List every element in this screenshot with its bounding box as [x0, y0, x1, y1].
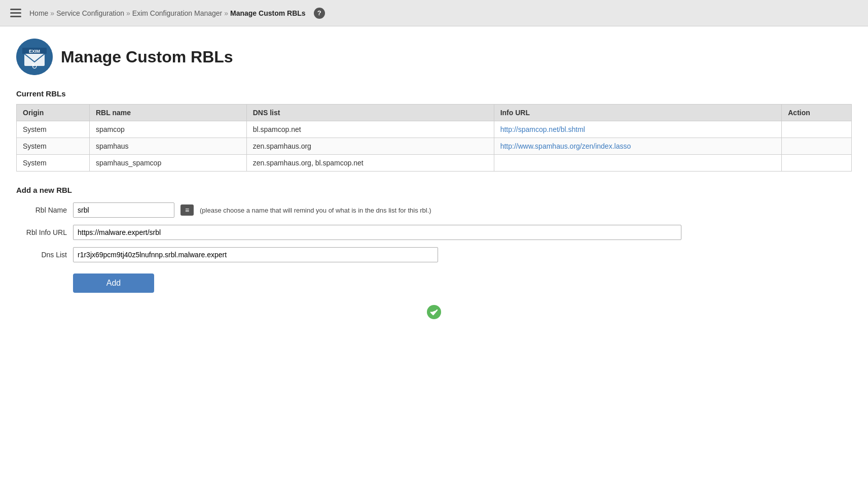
- breadcrumb: Home » Service Configuration » Exim Conf…: [29, 9, 306, 17]
- hamburger-menu[interactable]: [8, 7, 23, 19]
- rbl-name-input[interactable]: [73, 202, 174, 218]
- cell-origin-2: System: [17, 138, 90, 155]
- rbl-table-body: System spamcop bl.spamcop.net http://spa…: [17, 121, 852, 172]
- col-dns-list: DNS list: [246, 105, 494, 121]
- main-content: EXIM ↻ Manage Custom RBLs Current RBLs O…: [0, 26, 868, 479]
- cell-rbl-name-1: spamcop: [90, 121, 247, 138]
- page-icon: EXIM ↻: [16, 39, 53, 75]
- breadcrumb-sep-1: »: [50, 9, 54, 17]
- cell-action-3: [782, 155, 852, 172]
- breadcrumb-sep-2: »: [126, 9, 130, 17]
- rbl-table: Origin RBL name DNS list Info URL Action…: [16, 104, 852, 172]
- cell-info-url-2: http://www.spamhaus.org/zen/index.lasso: [494, 138, 782, 155]
- breadcrumb-exim-config[interactable]: Exim Configuration Manager: [132, 9, 222, 17]
- cell-dns-list-3: zen.spamhaus.org, bl.spamcop.net: [246, 155, 494, 172]
- cell-action-1: [782, 121, 852, 138]
- table-row: System spamcop bl.spamcop.net http://spa…: [17, 121, 852, 138]
- cell-origin-3: System: [17, 155, 90, 172]
- rbl-name-label: Rbl Name: [16, 206, 67, 214]
- breadcrumb-current: Manage Custom RBLs: [230, 9, 306, 17]
- cell-rbl-name-2: spamhaus: [90, 138, 247, 155]
- help-icon[interactable]: ?: [314, 8, 325, 19]
- topbar: Home » Service Configuration » Exim Conf…: [0, 0, 868, 26]
- col-info-url: Info URL: [494, 105, 782, 121]
- add-rbl-section: Add a new RBL Rbl Name (please choose a …: [16, 186, 852, 293]
- cell-origin-1: System: [17, 121, 90, 138]
- page-title: Manage Custom RBLs: [61, 48, 233, 66]
- table-row: System spamhaus zen.spamhaus.org http://…: [17, 138, 852, 155]
- svg-text:↻: ↻: [31, 62, 38, 71]
- current-rbls-heading: Current RBLs: [16, 89, 852, 98]
- breadcrumb-sep-3: »: [224, 9, 228, 17]
- rbl-info-url-label: Rbl Info URL: [16, 228, 67, 236]
- dns-list-row: Dns List: [16, 247, 852, 262]
- card-icon[interactable]: [180, 204, 194, 216]
- add-button[interactable]: Add: [73, 273, 154, 293]
- cell-dns-list-1: bl.spamcop.net: [246, 121, 494, 138]
- rbl-info-url-row: Rbl Info URL: [16, 225, 852, 240]
- rbl-table-header: Origin RBL name DNS list Info URL Action: [17, 105, 852, 121]
- table-row: System spamhaus_spamcop zen.spamhaus.org…: [17, 155, 852, 172]
- col-action: Action: [782, 105, 852, 121]
- info-url-link-2[interactable]: http://www.spamhaus.org/zen/index.lasso: [500, 142, 631, 150]
- cell-info-url-3: [494, 155, 782, 172]
- cell-info-url-1: http://spamcop.net/bl.shtml: [494, 121, 782, 138]
- cell-action-2: [782, 138, 852, 155]
- rbl-name-hint: (please choose a name that will remind y…: [200, 207, 431, 214]
- current-rbls-section: Current RBLs Origin RBL name DNS list In…: [16, 89, 852, 172]
- dns-list-input[interactable]: [73, 247, 438, 262]
- success-icon: [427, 305, 441, 319]
- col-rbl-name: RBL name: [90, 105, 247, 121]
- col-origin: Origin: [17, 105, 90, 121]
- rbl-name-row: Rbl Name (please choose a name that will…: [16, 202, 852, 218]
- breadcrumb-service-config[interactable]: Service Configuration: [56, 9, 124, 17]
- cell-dns-list-2: zen.spamhaus.org: [246, 138, 494, 155]
- add-rbl-heading: Add a new RBL: [16, 186, 852, 194]
- exim-logo-icon: EXIM ↻: [16, 39, 53, 75]
- cell-rbl-name-3: spamhaus_spamcop: [90, 155, 247, 172]
- success-area: [16, 305, 852, 319]
- rbl-info-url-input[interactable]: [73, 225, 681, 240]
- dns-list-label: Dns List: [16, 251, 67, 259]
- info-url-link-1[interactable]: http://spamcop.net/bl.shtml: [500, 125, 585, 133]
- svg-text:EXIM: EXIM: [29, 49, 40, 54]
- breadcrumb-home[interactable]: Home: [29, 9, 48, 17]
- page-header: EXIM ↻ Manage Custom RBLs: [16, 39, 852, 75]
